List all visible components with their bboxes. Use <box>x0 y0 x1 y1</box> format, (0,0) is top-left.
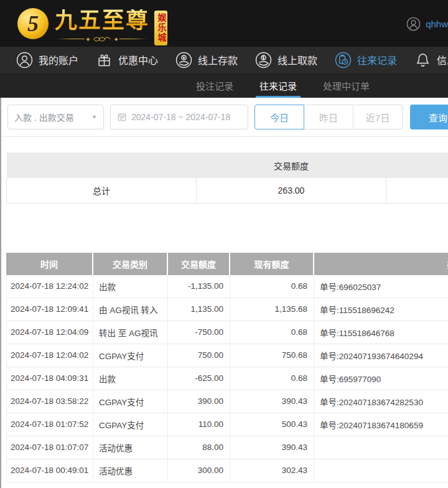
spacer <box>0 204 448 253</box>
table-row: 2024-07-18 12:04:02 CGPAY支付 750.00 750.6… <box>6 344 448 367</box>
transaction-type-select[interactable]: 入款 . 出款交易 ▼ <box>7 105 104 129</box>
nav-label: 我的账户 <box>39 52 78 67</box>
col-type: 交易类别 <box>93 253 168 275</box>
nav-label: 优惠中心 <box>118 52 158 67</box>
nav-item-promotions[interactable]: 优惠中心 <box>96 52 158 68</box>
cell-summary: 单号:202407183674180659 <box>314 413 448 436</box>
tab-betting-records[interactable]: 投注记录 <box>192 73 237 98</box>
cell-type: 出款 <box>93 275 168 298</box>
content-area: 交易额度 总计 263.00 时间 交易类别 交易额度 现有额度 摘要 <box>0 152 448 482</box>
cell-summary: 单号:696025037 <box>314 275 448 298</box>
cell-type: CGPAY支付 <box>93 390 168 413</box>
records-icon <box>335 52 352 68</box>
cell-amount: 110.00 <box>168 413 230 436</box>
table-row: 2024-07-18 01:07:52 CGPAY支付 110.00 500.4… <box>6 413 448 436</box>
col-amount: 交易额度 <box>168 253 230 275</box>
col-summary: 摘要 <box>314 253 448 275</box>
chevron-down-icon: ▼ <box>91 114 97 120</box>
page-edge-line <box>0 98 1 488</box>
user-avatar-icon <box>406 17 421 31</box>
cell-balance: 500.43 <box>230 413 314 436</box>
table-row: 2024-07-18 12:04:09 转出 至 AG视讯 -750.00 0.… <box>6 321 448 344</box>
cell-balance: 390.43 <box>230 436 314 459</box>
summary-empty-cell <box>386 178 448 203</box>
cell-type: 转出 至 AG视讯 <box>93 321 168 344</box>
cell-type: CGPAY支付 <box>93 344 168 367</box>
nav-item-my-account[interactable]: 我的账户 <box>16 52 78 68</box>
nav-item-deposit[interactable]: 线上存款 <box>175 52 238 68</box>
cell-amount: 390.00 <box>168 390 230 413</box>
last-7-days-button[interactable]: 近7日 <box>353 105 403 129</box>
tab-pending-orders[interactable]: 处理中订单 <box>319 73 373 98</box>
quick-date-group: 今日 昨日 近7日 <box>254 105 403 129</box>
cell-time: 2024-07-18 03:58:22 <box>6 390 93 413</box>
table-row: 2024-07-18 01:07:07 活动优惠 88.00 390.43 <box>6 436 448 459</box>
filter-bar: 入款 . 出款交易 ▼ 2024-07-18 ~ 2024-07-18 今日 昨… <box>0 98 448 137</box>
yesterday-button[interactable]: 昨日 <box>304 105 353 129</box>
top-header: 5 九五至尊 ◆ ◆ 娱乐城 qhhw <box>0 0 448 47</box>
table-row: 2024-07-18 04:09:31 出款 -625.00 0.68 单号:6… <box>6 367 448 390</box>
cell-balance: 750.68 <box>230 344 314 367</box>
cell-amount: -750.00 <box>168 321 230 344</box>
cell-balance: 302.43 <box>230 459 314 482</box>
cell-type: 活动优惠 <box>93 436 168 459</box>
cell-summary <box>314 459 448 482</box>
gift-icon <box>96 52 113 68</box>
summary-header-row: 交易额度 <box>7 152 448 178</box>
table-row: 2024-07-18 12:09:41 由 AG视讯 转入 1,135.00 1… <box>6 298 448 321</box>
summary-header-amount: 交易额度 <box>197 152 386 178</box>
cell-time: 2024-07-18 01:07:07 <box>6 436 93 459</box>
user-account[interactable]: qhhw <box>406 17 448 31</box>
cell-type: CGPAY支付 <box>93 413 168 436</box>
cell-summary <box>314 436 448 459</box>
col-time: 时间 <box>6 253 93 275</box>
cell-time: 2024-07-18 12:04:09 <box>6 321 93 344</box>
cell-balance: 390.43 <box>230 390 314 413</box>
main-nav: 我的账户 优惠中心 线上存款 线上取款 <box>0 47 448 73</box>
username-text: qhhw <box>426 19 448 29</box>
nav-label: 线上存款 <box>198 52 238 67</box>
tab-transaction-records[interactable]: 往来记录 <box>256 73 301 98</box>
cell-type: 出款 <box>93 367 168 390</box>
cell-time: 2024-07-18 12:24:02 <box>6 275 93 298</box>
cell-type: 活动优惠 <box>93 459 168 482</box>
cell-time: 2024-07-18 00:49:01 <box>6 459 93 482</box>
cell-time: 2024-07-18 12:04:02 <box>6 344 93 367</box>
summary-header-empty <box>386 152 448 178</box>
nav-label: 信息 <box>437 52 448 67</box>
cell-summary: 单号:202407193674640294 <box>314 344 448 367</box>
nav-item-transactions[interactable]: 往来记录 <box>335 52 397 68</box>
nav-item-withdraw[interactable]: 线上取款 <box>255 52 317 68</box>
withdraw-icon <box>255 52 272 68</box>
site-logo[interactable]: 5 九五至尊 ◆ ◆ 娱乐城 <box>17 2 167 45</box>
summary-total-row: 总计 263.00 <box>7 178 448 203</box>
table-row: 2024-07-18 03:58:22 CGPAY支付 390.00 390.4… <box>6 390 448 413</box>
table-row: 2024-07-18 12:24:02 出款 -1,135.00 0.68 单号… <box>6 275 448 298</box>
deposit-icon <box>175 52 192 68</box>
cell-amount: 88.00 <box>168 436 230 459</box>
col-balance: 现有额度 <box>230 253 314 275</box>
summary-header-empty <box>7 152 197 178</box>
cell-amount: 750.00 <box>168 344 230 367</box>
logo-flourish-icon: ◆ ◆ <box>55 35 149 43</box>
nav-label: 线上取款 <box>278 52 317 67</box>
summary-total-label: 总计 <box>7 178 197 203</box>
cell-time: 2024-07-18 12:09:41 <box>6 298 93 321</box>
table-header-row: 时间 交易类别 交易额度 现有额度 摘要 <box>6 253 448 275</box>
cell-balance: 0.68 <box>230 275 314 298</box>
cell-balance: 1,135.68 <box>230 298 314 321</box>
site-title: 九五至尊 <box>55 9 149 32</box>
summary-table: 交易额度 总计 263.00 <box>6 152 448 204</box>
date-range-input[interactable]: 2024-07-18 ~ 2024-07-18 <box>110 105 248 129</box>
nav-item-messages[interactable]: 信息 <box>414 52 448 68</box>
cell-type: 由 AG视讯 转入 <box>93 298 168 321</box>
date-range-value: 2024-07-18 ~ 2024-07-18 <box>131 112 230 122</box>
today-button[interactable]: 今日 <box>254 105 304 129</box>
account-icon <box>16 52 33 68</box>
summary-total-value: 263.00 <box>197 178 386 203</box>
cell-amount: 300.00 <box>168 459 230 482</box>
transactions-table: 时间 交易类别 交易额度 现有额度 摘要 2024-07-18 12:24:02… <box>6 253 448 482</box>
query-button[interactable]: 查询 <box>410 105 448 129</box>
nav-label: 往来记录 <box>357 52 397 67</box>
cell-summary: 单号:115518696242 <box>314 298 448 321</box>
